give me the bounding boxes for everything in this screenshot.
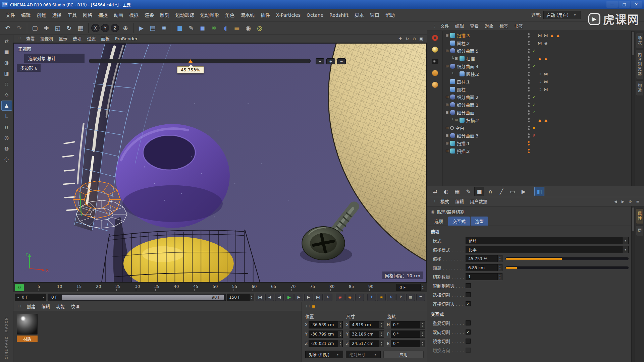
visibility-dots[interactable] — [528, 110, 530, 115]
toggle-views-view-icon[interactable]: ▣ — [418, 36, 424, 42]
floor-icon[interactable]: ▬ — [231, 23, 243, 34]
am-menu-item-0[interactable]: 模式 — [437, 197, 452, 206]
undo-icon[interactable]: ↶ — [2, 23, 13, 34]
tree-row[interactable]: 圆柱.2⋈⊕ — [443, 39, 635, 47]
phong-tag-icon[interactable]: ▲ — [543, 56, 548, 61]
material-menu-item-2[interactable]: 功能 — [53, 303, 68, 311]
visibility-dots[interactable] — [528, 95, 530, 99]
coord-field[interactable]: 0 °▴▾ — [391, 330, 425, 338]
menu-item-15[interactable]: 插件 — [258, 9, 273, 21]
coordinates-icon[interactable]: ⇄ — [430, 187, 440, 196]
redo-icon[interactable]: ↷ — [13, 23, 25, 34]
next-key-icon[interactable]: ▶ — [304, 294, 313, 301]
spinner-arrows-icon[interactable]: ▴▾ — [249, 294, 254, 301]
menu-item-1[interactable]: 编辑 — [18, 9, 34, 21]
attribute-row[interactable]: 重复切割 — [427, 318, 631, 327]
om-menu-item-5[interactable]: 书签 — [511, 22, 526, 31]
primitive-cube-icon[interactable]: ■ — [174, 23, 185, 34]
visibility-dot-icon[interactable] — [528, 141, 530, 143]
expand-icon[interactable]: ⊟ — [445, 110, 449, 115]
attribute-dropdown[interactable]: 比率▾ — [466, 246, 629, 253]
menu-item-20[interactable]: 窗口 — [367, 9, 382, 21]
attribute-row[interactable]: 镜像切割 — [427, 337, 631, 346]
attribute-row[interactable]: 模式循环▾ — [427, 236, 631, 245]
menu-item-17[interactable]: Octane — [304, 9, 326, 21]
tree-row[interactable]: ⊞细分曲面.2✓ — [443, 93, 635, 101]
loop-icon[interactable]: ↻ — [324, 294, 332, 301]
paint-bucket-icon[interactable]: ◧ — [534, 187, 544, 196]
keyframe-selection-icon[interactable]: ? — [355, 294, 364, 301]
attribute-slider[interactable] — [505, 266, 629, 269]
prev-frame-icon[interactable]: ◀ — [275, 294, 284, 301]
menu-item-7[interactable]: 动画 — [111, 9, 126, 21]
dock-tab-2[interactable]: 构造 — [636, 80, 643, 96]
world-icon[interactable]: ◐ — [441, 187, 451, 196]
menu-item-9[interactable]: 渲染 — [142, 9, 157, 21]
attribute-row[interactable]: 选择切割 — [427, 290, 631, 299]
om-menu-item-2[interactable]: 查看 — [467, 22, 482, 31]
slider-marker-icon[interactable] — [189, 59, 193, 63]
isoline-editing-icon[interactable]: ◌ — [1, 154, 12, 164]
minimize-button[interactable]: — — [606, 1, 618, 8]
texture-axis-mode-icon[interactable]: ◨ — [1, 68, 12, 78]
maximize-button[interactable]: □ — [619, 1, 630, 8]
visibility-dot-icon[interactable] — [528, 90, 530, 92]
viewport-canvas[interactable]: 正视图 选取对象 总计 多边形 6 45.753% ≡+− 网格间距：10 cm — [13, 43, 427, 283]
lock-x-icon[interactable]: X — [91, 24, 100, 32]
visibility-dot-icon[interactable] — [528, 67, 530, 68]
spline-pen-icon[interactable]: ✎ — [185, 23, 197, 34]
prev-key-icon[interactable]: ◀ — [265, 294, 274, 301]
attribute-row[interactable]: 偏移模式比率▾ — [427, 245, 631, 254]
drag-grip-icon[interactable]: ⋮⋮ — [429, 24, 437, 28]
material-menu-item-1[interactable]: 编辑 — [38, 303, 53, 311]
menu-item-19[interactable]: 脚本 — [352, 9, 367, 21]
visibility-dots[interactable] — [528, 72, 530, 76]
zoom-view-icon[interactable]: ⊙ — [411, 36, 417, 42]
drag-grip-icon[interactable]: ⋮⋮ — [15, 305, 23, 308]
expand-icon[interactable]: ⊞ — [445, 95, 449, 99]
attribute-row[interactable]: 切割数量1▴▾ — [427, 272, 631, 281]
om-menu-item-3[interactable]: 对象 — [482, 22, 496, 31]
spinner-arrows-icon[interactable]: ▴▾ — [497, 274, 502, 280]
viewport-menu-item-0[interactable]: 查看 — [23, 35, 38, 43]
attribute-checkbox[interactable] — [466, 320, 471, 325]
visibility-dots[interactable] — [528, 56, 530, 61]
scene-torus-icon[interactable] — [429, 34, 441, 42]
attribute-row[interactable]: 切换方向 — [427, 346, 631, 355]
drag-grip-icon[interactable]: ⋮⋮ — [303, 305, 312, 308]
visibility-dots[interactable] — [528, 33, 530, 38]
visibility-dot-icon[interactable] — [528, 110, 530, 112]
frame-increment-icon[interactable]: ▸ — [41, 296, 46, 299]
ruler-frame-field[interactable]: 0 F ▴▾ — [396, 284, 425, 291]
visibility-dot-icon[interactable] — [528, 149, 530, 150]
enable-state-icon[interactable]: ✓ — [532, 64, 536, 68]
coordinate-mode-dropdown[interactable]: 对象 (相对) ▾ — [305, 351, 343, 358]
attribute-row[interactable]: 距离6.85 cm▴▾ — [427, 263, 631, 272]
attribute-checkbox[interactable] — [466, 292, 471, 297]
drag-grip-icon[interactable]: ⋮⋮ — [429, 200, 437, 203]
mask-circle-tag-icon[interactable]: ⊕ — [543, 41, 548, 46]
visibility-dot-icon[interactable] — [528, 74, 530, 76]
coord-field[interactable]: -20.021 cm▴▾ — [309, 340, 343, 347]
coordinate-system-icon[interactable]: ⊕ — [120, 23, 131, 34]
mask-tag-icon[interactable]: ⋈ — [543, 33, 548, 38]
soft-selection-icon[interactable]: ◎ — [1, 133, 12, 143]
autokey-icon[interactable]: ◉ — [345, 294, 354, 301]
key-scale-icon[interactable]: ▣ — [377, 294, 386, 301]
size-mode-dropdown[interactable]: 绝对尺寸 ▾ — [346, 351, 381, 358]
scene-sky-icon[interactable] — [429, 80, 441, 89]
visibility-dot-icon[interactable] — [528, 128, 530, 130]
magnet-icon[interactable]: ∩ — [485, 187, 495, 196]
tree-row[interactable]: ⊞扫描.3⋈⋈▲▲ — [443, 32, 635, 39]
phong-tag-icon[interactable]: ▲ — [537, 56, 542, 61]
spinner-arrows-icon[interactable]: ▴▾ — [338, 340, 342, 347]
edit-render-settings-icon[interactable]: ✱ — [158, 23, 170, 34]
attribute-spin-field[interactable]: 1▴▾ — [466, 273, 502, 280]
tree-row[interactable]: └⊞扫描.2▲▲ — [443, 116, 635, 124]
coord-field[interactable]: 0 °▴▾ — [391, 321, 425, 328]
tree-row[interactable]: ⊞空白■ — [443, 124, 635, 132]
spinner-arrows-icon[interactable]: ▴▾ — [420, 284, 425, 291]
tree-row[interactable]: ⊞扫描.1 — [443, 139, 635, 147]
om-menu-item-0[interactable]: 文件 — [437, 22, 452, 31]
coord-field[interactable]: 4.919 cm▴▾ — [350, 321, 384, 328]
